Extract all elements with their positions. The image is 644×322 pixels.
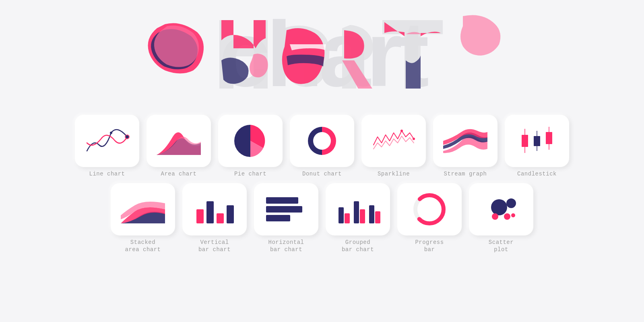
chart-item-horizontal-bar[interactable]: Horizontal bar chart <box>254 183 318 253</box>
chart-label-pie: Pie chart <box>234 170 266 178</box>
chart-item-donut[interactable]: Donut chart <box>290 115 354 178</box>
chart-item-progress-bar[interactable]: Progress bar <box>397 183 462 253</box>
svg-rect-9 <box>534 136 540 146</box>
chart-label-candlestick: Candlestick <box>517 170 557 178</box>
chart-card-horizontal-bar[interactable] <box>254 183 318 235</box>
chart-item-pie[interactable]: Pie chart <box>218 115 283 178</box>
svg-rect-22 <box>360 209 365 223</box>
svg-point-26 <box>415 195 444 223</box>
chart-card-scatter-plot[interactable] <box>469 183 533 235</box>
chart-label-line: Line chart <box>89 170 125 178</box>
chart-card-stream[interactable] <box>433 115 497 167</box>
chart-card-line[interactable] <box>75 115 139 167</box>
svg-rect-14 <box>217 213 224 223</box>
chart-card-area[interactable] <box>147 115 211 167</box>
svg-rect-17 <box>266 206 302 213</box>
sparkline-icon <box>369 121 418 161</box>
svg-point-4 <box>413 138 415 140</box>
pie-chart-icon <box>226 121 275 161</box>
chart-item-area[interactable]: Area chart <box>147 115 211 178</box>
svg-point-28 <box>506 198 516 208</box>
svg-point-0 <box>126 135 129 138</box>
svg-point-29 <box>504 213 510 220</box>
chart-label-stream: Stream graph <box>444 170 487 178</box>
svg-rect-18 <box>266 215 290 221</box>
chart-label-sparkline: Sparkline <box>378 170 410 178</box>
svg-point-5 <box>400 130 403 132</box>
chart-card-candlestick[interactable] <box>505 115 569 167</box>
chart-card-pie[interactable] <box>218 115 283 167</box>
chart-card-vertical-bar[interactable] <box>182 183 247 235</box>
chart-card-stacked-area[interactable] <box>111 183 175 235</box>
chart-label-donut: Donut chart <box>302 170 342 178</box>
chart-item-grouped-bar[interactable]: Grouped bar chart <box>326 183 390 253</box>
chart-card-sparkline[interactable] <box>361 115 426 167</box>
chart-label-vertical-bar: Vertical bar chart <box>198 239 231 253</box>
chart-item-line[interactable]: Line chart <box>75 115 139 178</box>
chart-label-progress-bar: Progress bar <box>415 239 444 253</box>
chart-card-donut[interactable] <box>290 115 354 167</box>
hero-overlay-svg <box>141 8 503 105</box>
scatter-plot-icon <box>477 189 525 229</box>
line-chart-icon <box>83 121 131 161</box>
area-chart-icon <box>155 121 203 161</box>
candlestick-icon <box>513 121 561 161</box>
svg-rect-16 <box>266 197 298 204</box>
svg-rect-13 <box>206 201 214 223</box>
svg-rect-7 <box>522 135 528 147</box>
svg-point-27 <box>491 199 507 215</box>
progress-bar-icon <box>405 189 454 229</box>
hero-title: chart <box>141 8 503 105</box>
chart-label-stacked-area: Stacked area chart <box>125 239 161 253</box>
chart-item-vertical-bar[interactable]: Vertical bar chart <box>182 183 247 253</box>
svg-rect-15 <box>227 205 234 223</box>
svg-rect-19 <box>339 207 344 223</box>
chart-label-area: Area chart <box>161 170 196 178</box>
svg-point-1 <box>110 132 112 134</box>
svg-rect-11 <box>546 132 552 144</box>
donut-chart-icon <box>298 121 346 161</box>
chart-label-grouped-bar: Grouped bar chart <box>342 239 374 253</box>
chart-item-stacked-area[interactable]: Stacked area chart <box>111 183 175 253</box>
chart-card-grouped-bar[interactable] <box>326 183 390 235</box>
svg-rect-23 <box>369 205 374 223</box>
chart-item-scatter-plot[interactable]: Scatter plot <box>469 183 533 253</box>
chart-item-sparkline[interactable]: Sparkline <box>361 115 426 178</box>
grouped-bar-icon <box>334 189 382 229</box>
svg-point-30 <box>492 213 498 220</box>
svg-rect-20 <box>345 213 350 223</box>
chart-label-horizontal-bar: Horizontal bar chart <box>268 239 304 253</box>
chart-label-scatter-plot: Scatter plot <box>489 239 514 253</box>
svg-point-3 <box>313 132 331 150</box>
horizontal-bar-icon <box>262 189 310 229</box>
svg-point-31 <box>511 213 515 217</box>
svg-rect-21 <box>354 201 359 223</box>
svg-rect-12 <box>196 209 204 223</box>
svg-rect-24 <box>375 211 380 223</box>
chart-item-candlestick[interactable]: Candlestick <box>505 115 569 178</box>
chart-row-2: Stacked area chart Vertical bar chart Ho… <box>111 183 533 253</box>
vertical-bar-icon <box>190 189 239 229</box>
stacked-area-icon <box>119 189 167 229</box>
stream-graph-icon <box>441 121 489 161</box>
chart-item-stream[interactable]: Stream graph <box>433 115 497 178</box>
chart-card-progress-bar[interactable] <box>397 183 462 235</box>
chart-row-1: Line chart Area chart Pie chart <box>75 115 569 178</box>
